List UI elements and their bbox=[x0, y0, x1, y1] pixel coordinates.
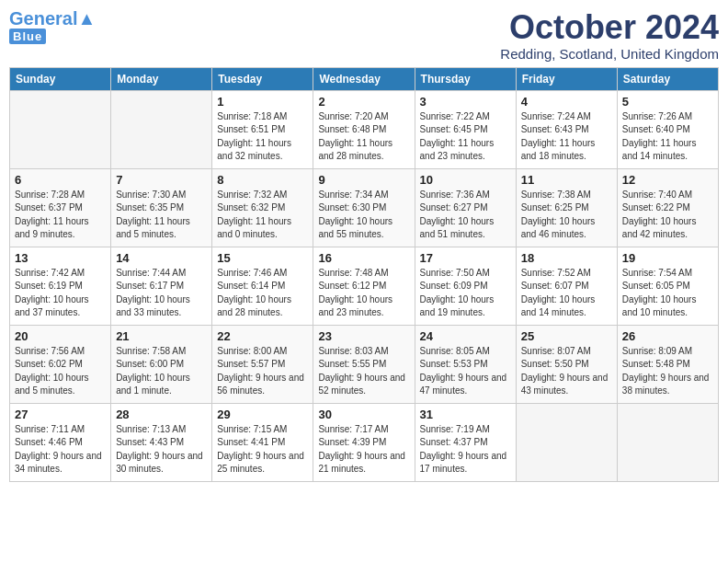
day-number: 1 bbox=[217, 95, 308, 109]
day-detail: Sunrise: 8:05 AM Sunset: 5:53 PM Dayligh… bbox=[420, 345, 511, 398]
calendar-day-cell: 22Sunrise: 8:00 AM Sunset: 5:57 PM Dayli… bbox=[212, 325, 313, 403]
day-number: 27 bbox=[15, 408, 106, 421]
calendar-day-cell: 17Sunrise: 7:50 AM Sunset: 6:09 PM Dayli… bbox=[415, 247, 516, 325]
calendar-day-cell: 15Sunrise: 7:46 AM Sunset: 6:14 PM Dayli… bbox=[212, 247, 313, 325]
calendar-day-cell: 16Sunrise: 7:48 AM Sunset: 6:12 PM Dayli… bbox=[313, 247, 415, 325]
day-detail: Sunrise: 7:13 AM Sunset: 4:43 PM Dayligh… bbox=[116, 423, 207, 477]
day-detail: Sunrise: 7:15 AM Sunset: 4:41 PM Dayligh… bbox=[217, 423, 308, 477]
day-detail: Sunrise: 7:18 AM Sunset: 6:51 PM Dayligh… bbox=[217, 110, 308, 164]
day-detail: Sunrise: 7:52 AM Sunset: 6:07 PM Dayligh… bbox=[521, 267, 612, 320]
day-detail: Sunrise: 7:30 AM Sunset: 6:35 PM Dayligh… bbox=[116, 189, 207, 242]
logo-blue-label: Blue bbox=[9, 29, 46, 44]
day-number: 31 bbox=[420, 408, 511, 421]
calendar-day-cell: 14Sunrise: 7:44 AM Sunset: 6:17 PM Dayli… bbox=[111, 247, 212, 325]
day-number: 25 bbox=[521, 329, 612, 343]
day-number: 19 bbox=[622, 251, 713, 265]
day-number: 18 bbox=[521, 251, 612, 265]
calendar-day-cell: 31Sunrise: 7:19 AM Sunset: 4:37 PM Dayli… bbox=[415, 403, 516, 481]
day-number: 8 bbox=[217, 173, 308, 187]
day-number: 26 bbox=[622, 329, 713, 343]
calendar-day-cell: 25Sunrise: 8:07 AM Sunset: 5:50 PM Dayli… bbox=[516, 325, 617, 403]
calendar-day-cell: 21Sunrise: 7:58 AM Sunset: 6:00 PM Dayli… bbox=[111, 325, 212, 403]
day-number: 15 bbox=[217, 251, 308, 265]
day-number: 24 bbox=[420, 329, 511, 343]
calendar-day-cell bbox=[10, 90, 111, 168]
day-detail: Sunrise: 8:09 AM Sunset: 5:48 PM Dayligh… bbox=[622, 345, 713, 398]
day-number: 12 bbox=[622, 173, 713, 187]
calendar-day-cell: 27Sunrise: 7:11 AM Sunset: 4:46 PM Dayli… bbox=[10, 403, 111, 481]
day-detail: Sunrise: 7:11 AM Sunset: 4:46 PM Dayligh… bbox=[15, 423, 106, 477]
col-thursday: Thursday bbox=[415, 67, 516, 90]
day-detail: Sunrise: 8:03 AM Sunset: 5:55 PM Dayligh… bbox=[318, 345, 409, 398]
calendar-header-row: Sunday Monday Tuesday Wednesday Thursday… bbox=[10, 67, 719, 90]
day-number: 13 bbox=[15, 251, 106, 265]
day-detail: Sunrise: 7:54 AM Sunset: 6:05 PM Dayligh… bbox=[622, 267, 713, 320]
title-block: October 2024 Redding, Scotland, United K… bbox=[500, 9, 719, 62]
col-friday: Friday bbox=[516, 67, 617, 90]
calendar-week-row: 20Sunrise: 7:56 AM Sunset: 6:02 PM Dayli… bbox=[10, 325, 719, 403]
calendar-day-cell: 18Sunrise: 7:52 AM Sunset: 6:07 PM Dayli… bbox=[516, 247, 617, 325]
calendar-day-cell: 20Sunrise: 7:56 AM Sunset: 6:02 PM Dayli… bbox=[10, 325, 111, 403]
day-detail: Sunrise: 7:34 AM Sunset: 6:30 PM Dayligh… bbox=[318, 189, 409, 242]
col-saturday: Saturday bbox=[617, 67, 718, 90]
day-detail: Sunrise: 7:28 AM Sunset: 6:37 PM Dayligh… bbox=[15, 189, 106, 242]
calendar-day-cell: 2Sunrise: 7:20 AM Sunset: 6:48 PM Daylig… bbox=[313, 90, 415, 168]
day-detail: Sunrise: 7:50 AM Sunset: 6:09 PM Dayligh… bbox=[420, 267, 511, 320]
calendar-day-cell: 3Sunrise: 7:22 AM Sunset: 6:45 PM Daylig… bbox=[415, 90, 516, 168]
day-detail: Sunrise: 7:46 AM Sunset: 6:14 PM Dayligh… bbox=[217, 267, 308, 320]
calendar-day-cell: 19Sunrise: 7:54 AM Sunset: 6:05 PM Dayli… bbox=[617, 247, 718, 325]
col-monday: Monday bbox=[111, 67, 212, 90]
day-number: 29 bbox=[217, 408, 308, 421]
day-detail: Sunrise: 7:20 AM Sunset: 6:48 PM Dayligh… bbox=[318, 110, 409, 164]
day-detail: Sunrise: 8:07 AM Sunset: 5:50 PM Dayligh… bbox=[521, 345, 612, 398]
day-number: 16 bbox=[318, 251, 409, 265]
day-number: 10 bbox=[420, 173, 511, 187]
calendar-week-row: 27Sunrise: 7:11 AM Sunset: 4:46 PM Dayli… bbox=[10, 403, 719, 481]
calendar-week-row: 1Sunrise: 7:18 AM Sunset: 6:51 PM Daylig… bbox=[10, 90, 719, 168]
day-detail: Sunrise: 8:00 AM Sunset: 5:57 PM Dayligh… bbox=[217, 345, 308, 398]
col-wednesday: Wednesday bbox=[313, 67, 415, 90]
calendar-day-cell: 30Sunrise: 7:17 AM Sunset: 4:39 PM Dayli… bbox=[313, 403, 415, 481]
day-number: 4 bbox=[521, 95, 612, 109]
day-number: 3 bbox=[420, 95, 511, 109]
logo-general: General bbox=[9, 8, 77, 29]
day-detail: Sunrise: 7:58 AM Sunset: 6:00 PM Dayligh… bbox=[116, 345, 207, 398]
calendar-day-cell: 24Sunrise: 8:05 AM Sunset: 5:53 PM Dayli… bbox=[415, 325, 516, 403]
day-number: 23 bbox=[318, 329, 409, 343]
day-detail: Sunrise: 7:56 AM Sunset: 6:02 PM Dayligh… bbox=[15, 345, 106, 398]
calendar-day-cell: 26Sunrise: 8:09 AM Sunset: 5:48 PM Dayli… bbox=[617, 325, 718, 403]
day-number: 17 bbox=[420, 251, 511, 265]
day-detail: Sunrise: 7:40 AM Sunset: 6:22 PM Dayligh… bbox=[622, 189, 713, 242]
day-detail: Sunrise: 7:24 AM Sunset: 6:43 PM Dayligh… bbox=[521, 110, 612, 164]
calendar-day-cell: 29Sunrise: 7:15 AM Sunset: 4:41 PM Dayli… bbox=[212, 403, 313, 481]
day-detail: Sunrise: 7:36 AM Sunset: 6:27 PM Dayligh… bbox=[420, 189, 511, 242]
calendar-day-cell: 9Sunrise: 7:34 AM Sunset: 6:30 PM Daylig… bbox=[313, 168, 415, 247]
day-number: 22 bbox=[217, 329, 308, 343]
calendar-day-cell: 12Sunrise: 7:40 AM Sunset: 6:22 PM Dayli… bbox=[617, 168, 718, 247]
calendar-day-cell: 8Sunrise: 7:32 AM Sunset: 6:32 PM Daylig… bbox=[212, 168, 313, 247]
col-sunday: Sunday bbox=[10, 67, 111, 90]
day-number: 2 bbox=[318, 95, 409, 109]
calendar-day-cell: 7Sunrise: 7:30 AM Sunset: 6:35 PM Daylig… bbox=[111, 168, 212, 247]
day-number: 11 bbox=[521, 173, 612, 187]
day-detail: Sunrise: 7:38 AM Sunset: 6:25 PM Dayligh… bbox=[521, 189, 612, 242]
day-detail: Sunrise: 7:26 AM Sunset: 6:40 PM Dayligh… bbox=[622, 110, 713, 164]
logo: General▲ Blue bbox=[9, 9, 96, 44]
calendar-day-cell: 6Sunrise: 7:28 AM Sunset: 6:37 PM Daylig… bbox=[10, 168, 111, 247]
calendar-day-cell: 11Sunrise: 7:38 AM Sunset: 6:25 PM Dayli… bbox=[516, 168, 617, 247]
page-header: General▲ Blue October 2024 Redding, Scot… bbox=[9, 9, 719, 62]
day-detail: Sunrise: 7:17 AM Sunset: 4:39 PM Dayligh… bbox=[318, 423, 409, 477]
calendar-day-cell: 5Sunrise: 7:26 AM Sunset: 6:40 PM Daylig… bbox=[617, 90, 718, 168]
calendar-day-cell: 23Sunrise: 8:03 AM Sunset: 5:55 PM Dayli… bbox=[313, 325, 415, 403]
logo-flag: ▲ bbox=[77, 8, 96, 29]
day-detail: Sunrise: 7:32 AM Sunset: 6:32 PM Dayligh… bbox=[217, 189, 308, 242]
calendar-day-cell bbox=[111, 90, 212, 168]
subtitle: Redding, Scotland, United Kingdom bbox=[500, 46, 719, 62]
day-number: 14 bbox=[116, 251, 207, 265]
day-number: 6 bbox=[15, 173, 106, 187]
calendar-day-cell: 13Sunrise: 7:42 AM Sunset: 6:19 PM Dayli… bbox=[10, 247, 111, 325]
calendar-table: Sunday Monday Tuesday Wednesday Thursday… bbox=[9, 67, 719, 482]
day-number: 20 bbox=[15, 329, 106, 343]
calendar-day-cell bbox=[516, 403, 617, 481]
logo-text: General▲ bbox=[9, 9, 96, 28]
